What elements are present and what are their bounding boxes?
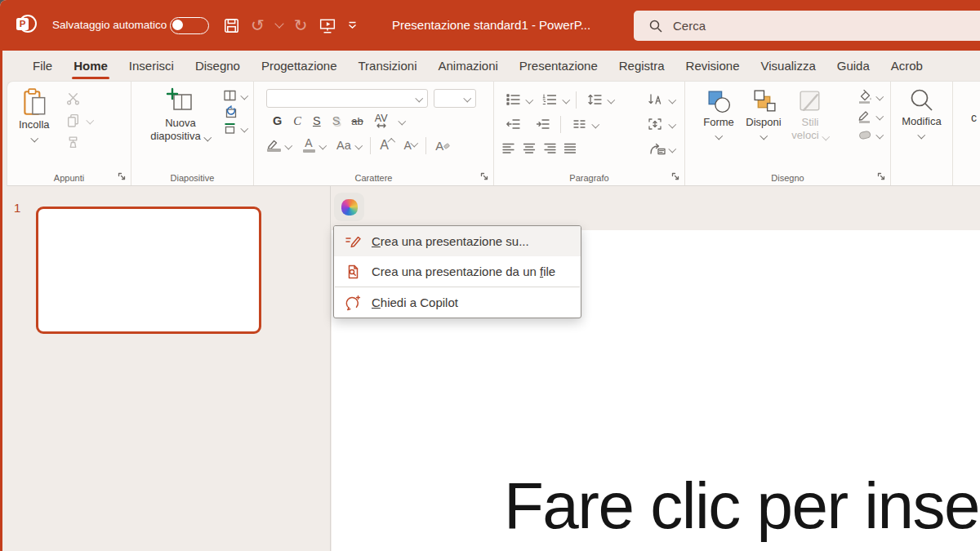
title-placeholder-text[interactable]: Fare clic per inse	[504, 469, 979, 544]
new-slide-button[interactable]: Nuova diapositiva	[149, 87, 212, 143]
tab-home[interactable]: Home	[63, 51, 118, 82]
strikethrough-button[interactable]: ab	[351, 115, 363, 127]
arrange-button[interactable]: Disponi	[741, 87, 786, 139]
highlight-chevron-icon[interactable]	[285, 141, 292, 149]
drawing-dialog-launcher[interactable]	[877, 172, 885, 180]
format-painter-button[interactable]	[63, 131, 84, 153]
tab-inserisci[interactable]: Inserisci	[118, 51, 185, 82]
tab-presentazione[interactable]: Presentazione	[509, 51, 608, 82]
grow-font-button[interactable]: A	[380, 138, 394, 153]
change-case-button[interactable]: Aa	[336, 139, 351, 152]
menu-item-ask-copilot[interactable]: Chiedi a Copilot	[334, 287, 581, 318]
tab-guida[interactable]: Guida	[826, 51, 880, 82]
underline-button[interactable]: S	[313, 114, 321, 127]
copilot-button[interactable]	[334, 193, 364, 221]
align-center-button[interactable]	[523, 143, 536, 154]
align-right-button[interactable]	[543, 143, 556, 154]
align-text-chevron-icon[interactable]	[668, 120, 675, 127]
spacing-chevron-icon[interactable]	[398, 117, 405, 124]
customize-qat-button[interactable]	[347, 21, 358, 29]
smartart-icon	[649, 142, 666, 155]
font-color-button[interactable]: A	[303, 138, 315, 153]
powerpoint-logo-icon[interactable]: P	[16, 15, 38, 36]
undo-dropdown-chevron-icon[interactable]	[274, 19, 283, 28]
highlight-color-button[interactable]	[266, 139, 281, 152]
redo-button[interactable]: ↻	[294, 17, 308, 33]
bullets-button[interactable]	[502, 89, 523, 110]
tab-registra[interactable]: Registra	[608, 51, 675, 82]
find-edit-button[interactable]: Modifica	[891, 87, 952, 138]
bullet-list-icon	[506, 93, 520, 106]
decrease-indent-button[interactable]	[502, 113, 523, 135]
text-direction-button[interactable]	[644, 89, 666, 110]
copy-dropdown-chevron-icon[interactable]	[86, 116, 93, 123]
slide-layout-button[interactable]	[223, 89, 247, 102]
copilot-chat-icon	[345, 295, 361, 311]
tab-animazioni[interactable]: Animazioni	[427, 51, 508, 82]
tab-progettazione[interactable]: Progettazione	[251, 51, 348, 82]
clipboard-group: Incolla Appunti	[7, 82, 131, 185]
cut-button[interactable]	[63, 87, 84, 109]
justify-button[interactable]	[564, 143, 577, 154]
increase-indent-button[interactable]	[532, 113, 553, 135]
find-magnifier-icon	[908, 87, 936, 115]
font-color-chevron-icon[interactable]	[318, 141, 326, 149]
shape-outline-button[interactable]	[858, 109, 883, 123]
start-slideshow-button[interactable]	[319, 18, 336, 33]
bullets-chevron-icon[interactable]	[526, 96, 533, 103]
tab-transizioni[interactable]: Transizioni	[348, 51, 428, 82]
smartart-chevron-icon[interactable]	[668, 144, 675, 152]
line-spacing-button[interactable]	[584, 89, 605, 110]
character-spacing-button[interactable]: AV	[375, 113, 388, 128]
editing-chevron-icon	[918, 131, 925, 139]
numbering-chevron-icon[interactable]	[562, 96, 569, 103]
shape-fill-icon	[858, 89, 872, 104]
tab-disegno[interactable]: Disegno	[185, 51, 251, 82]
tab-file[interactable]: File	[22, 51, 63, 82]
font-dialog-launcher[interactable]	[480, 172, 488, 180]
tab-acrobat[interactable]: Acrob	[880, 51, 933, 82]
convert-to-smartart-button[interactable]	[649, 142, 666, 155]
highlighter-icon	[266, 139, 281, 149]
align-text-button[interactable]	[644, 113, 666, 135]
font-group: G C S S ab AV A	[254, 82, 494, 185]
font-name-combo[interactable]	[266, 89, 428, 108]
tab-visualizza[interactable]: Visualizza	[750, 51, 826, 82]
numbering-button[interactable]	[539, 89, 560, 110]
clear-formatting-button[interactable]: A	[435, 139, 451, 153]
search-box[interactable]: Cerca	[634, 11, 980, 41]
window-left-border	[0, 51, 2, 551]
clipboard-dialog-launcher[interactable]	[118, 172, 126, 180]
copy-button[interactable]	[63, 109, 84, 131]
text-shadow-button[interactable]: S	[332, 114, 341, 127]
section-button[interactable]	[223, 122, 247, 135]
undo-button[interactable]: ↺	[251, 17, 265, 33]
align-left-button[interactable]	[502, 143, 515, 154]
columns-chevron-icon[interactable]	[592, 120, 599, 127]
change-case-chevron-icon[interactable]	[354, 141, 362, 149]
drawing-group: Forme Disponi Stili veloci	[685, 82, 891, 185]
columns-button[interactable]	[568, 113, 590, 135]
paste-button[interactable]: Incolla	[19, 87, 50, 141]
shrink-font-button[interactable]: A	[403, 139, 416, 152]
slide-1-thumbnail[interactable]	[36, 207, 261, 334]
shape-effects-button[interactable]	[858, 128, 883, 141]
paragraph-dialog-launcher[interactable]	[671, 172, 679, 180]
align-center-icon	[523, 143, 536, 154]
font-size-combo[interactable]	[434, 89, 476, 108]
italic-button[interactable]: C	[293, 114, 301, 128]
menu-item-create-presentation-about[interactable]: Crea una presentazione su...	[334, 226, 581, 256]
menu-item-create-presentation-from-file[interactable]: Crea una presentazione da un file	[334, 256, 581, 287]
shape-fill-button[interactable]	[858, 89, 883, 104]
font-group-label: Carattere	[254, 173, 493, 183]
reset-slide-button[interactable]	[223, 105, 247, 119]
quick-styles-button[interactable]: Stili veloci	[786, 87, 834, 142]
line-spacing-chevron-icon[interactable]	[608, 96, 615, 103]
save-button[interactable]	[224, 18, 239, 33]
tab-revisione[interactable]: Revisione	[675, 51, 751, 82]
bold-button[interactable]: G	[273, 114, 282, 127]
shapes-button[interactable]: Forme	[697, 87, 741, 139]
text-direction-chevron-icon[interactable]	[668, 96, 675, 103]
search-placeholder: Cerca	[673, 19, 706, 33]
autosave-toggle[interactable]	[170, 17, 209, 34]
